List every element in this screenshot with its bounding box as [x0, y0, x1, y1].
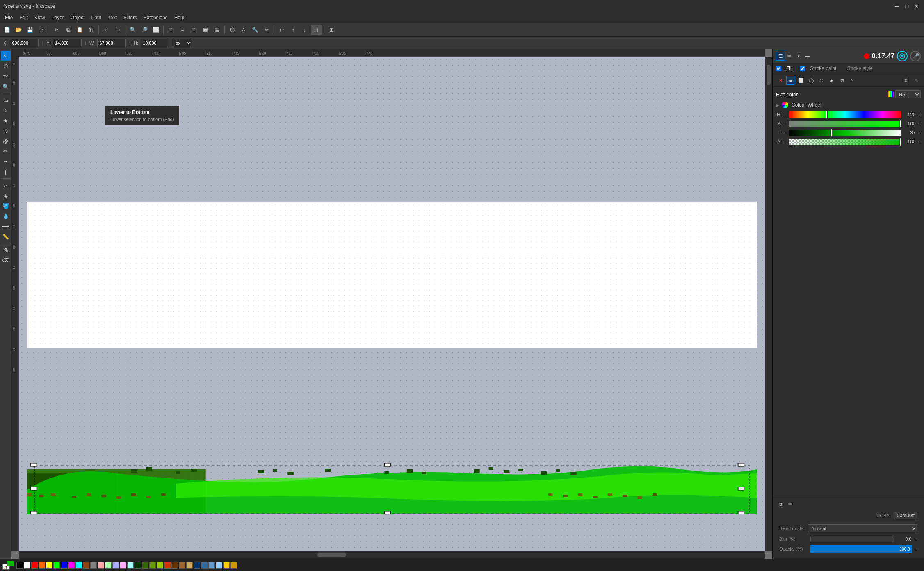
menu-filters[interactable]: Filters	[120, 14, 140, 21]
3d-box-tool[interactable]: ⬡	[1, 126, 11, 136]
palette-swatch-cornflower[interactable]	[208, 562, 215, 569]
node-button[interactable]: ⬡	[227, 25, 237, 35]
open-button[interactable]: 📂	[13, 25, 24, 35]
transform-button[interactable]: 🔧	[250, 25, 260, 35]
menu-layer[interactable]: Layer	[48, 14, 67, 21]
hscroll-thumb[interactable]	[317, 553, 346, 557]
align-left-button[interactable]: ⬚	[166, 25, 176, 35]
no-fill-button[interactable]: ✕	[776, 76, 785, 85]
menu-help[interactable]: Help	[171, 14, 188, 21]
zoom-fit-button[interactable]: ⬜	[151, 25, 161, 35]
canvas-content[interactable]: Lower to Bottom Lower selection to botto…	[19, 57, 765, 551]
hue-minus[interactable]: −	[784, 112, 787, 117]
pen-tool[interactable]: ✒	[1, 157, 11, 166]
palette-swatch-dark-gold[interactable]	[230, 562, 237, 569]
dropper-tool[interactable]: 💧	[1, 211, 11, 221]
palette-swatch-sky-blue[interactable]	[216, 562, 222, 569]
menu-path[interactable]: Path	[88, 14, 105, 21]
palette-swatch-yellow-green[interactable]	[157, 562, 163, 569]
lightness-plus[interactable]: +	[918, 130, 921, 135]
canvas-area[interactable]: |675 |680 |685 |690 |695 |700 |705 |710 …	[11, 49, 772, 559]
panel-collapse-btn[interactable]: —	[803, 52, 812, 61]
duplicate-button[interactable]: ⧉	[776, 500, 785, 509]
save-button[interactable]: 💾	[25, 25, 35, 35]
document-area[interactable]	[27, 202, 757, 348]
alpha-minus[interactable]: −	[784, 139, 787, 144]
flat-color-button[interactable]: ■	[786, 76, 795, 85]
y-input[interactable]	[53, 39, 82, 47]
panel-tab-layers[interactable]: ☰	[776, 52, 785, 61]
close-button[interactable]: ✕	[913, 2, 921, 10]
hue-slider[interactable]	[789, 111, 901, 118]
menu-object[interactable]: Object	[67, 14, 88, 21]
palette-swatch-magenta[interactable]	[68, 562, 75, 569]
panel-tab-edit[interactable]: ✏	[785, 52, 794, 61]
palette-swatch-gold[interactable]	[223, 562, 230, 569]
rect-tool[interactable]: ▭	[1, 95, 11, 105]
edit-fill-style[interactable]: ✎	[912, 76, 921, 85]
palette-swatch-dark-red[interactable]	[164, 562, 171, 569]
timer-mic-button[interactable]: 🎤	[910, 51, 921, 61]
palette-swatch-red[interactable]	[31, 562, 38, 569]
palette-swatch-olive[interactable]	[149, 562, 156, 569]
palette-swatch-light-magenta[interactable]	[120, 562, 126, 569]
fill-opacity-link[interactable]: ⇕	[901, 76, 910, 85]
maximize-button[interactable]: □	[903, 2, 911, 10]
palette-swatch-brown[interactable]	[83, 562, 89, 569]
eraser-tool[interactable]: ⌫	[1, 255, 11, 265]
panel-close-btn[interactable]: ✕	[794, 52, 803, 61]
palette-swatch-light-blue[interactable]	[112, 562, 119, 569]
select-tool[interactable]: ↖	[1, 51, 11, 61]
units-select[interactable]: px mm cm in	[172, 39, 192, 47]
palette-swatch-gray[interactable]	[90, 562, 97, 569]
node-tool[interactable]: ⬡	[1, 61, 11, 71]
stroke-style-tab[interactable]: Stroke style	[844, 65, 876, 72]
stroke-paint-tab[interactable]: Stroke paint	[807, 65, 840, 72]
mesh-gradient-button[interactable]: ⬡	[817, 76, 826, 85]
fill-stroke-button[interactable]: ✏	[261, 25, 272, 35]
lower-bottom-button[interactable]: ↓↓	[311, 25, 322, 35]
palette-swatch-yellow[interactable]	[46, 562, 52, 569]
measure-tool[interactable]: 📏	[1, 232, 11, 241]
paste-button[interactable]: 📋	[74, 25, 85, 35]
group-button[interactable]: ▣	[200, 25, 211, 35]
alpha-plus[interactable]: +	[918, 139, 921, 144]
cut-button[interactable]: ✂	[51, 25, 62, 35]
menu-file[interactable]: File	[2, 14, 16, 21]
palette-swatch-dark-brown[interactable]	[171, 562, 178, 569]
star-tool[interactable]: ★	[1, 116, 11, 125]
align-center-button[interactable]: ≡	[177, 25, 188, 35]
raise-button[interactable]: ↑	[288, 25, 299, 35]
palette-swatch-khaki[interactable]	[186, 562, 193, 569]
palette-swatch-black[interactable]	[16, 562, 23, 569]
vscroll-thumb[interactable]	[767, 65, 771, 85]
edit-color-button[interactable]: ✏	[786, 500, 795, 509]
saturation-minus[interactable]: −	[784, 121, 787, 126]
palette-swatch-blue[interactable]	[61, 562, 67, 569]
h-input[interactable]	[141, 39, 169, 47]
blur-slider[interactable]	[810, 536, 894, 542]
text-button[interactable]: A	[238, 25, 249, 35]
hue-plus[interactable]: +	[918, 112, 921, 117]
menu-view[interactable]: View	[31, 14, 48, 21]
spiral-tool[interactable]: @	[1, 136, 11, 146]
zoom-tool[interactable]: 🔍	[1, 82, 11, 91]
palette-swatch-light-cyan[interactable]	[127, 562, 134, 569]
palette-swatch-tan[interactable]	[179, 562, 185, 569]
menu-edit[interactable]: Edit	[16, 14, 31, 21]
delete-button[interactable]: 🗑	[86, 25, 96, 35]
text-tool[interactable]: A	[1, 180, 11, 190]
connector-tool[interactable]: ⟶	[1, 221, 11, 231]
palette-swatch-dark-green[interactable]	[135, 562, 141, 569]
palette-swatch-light-green[interactable]	[105, 562, 112, 569]
color-model-select[interactable]: HSL RGB HSV CMYK	[895, 90, 921, 98]
zoom-in-button[interactable]: 🔍	[128, 25, 138, 35]
raise-top-button[interactable]: ↑↑	[276, 25, 287, 35]
menu-text[interactable]: Text	[105, 14, 120, 21]
new-button[interactable]: 📄	[2, 25, 12, 35]
minimize-button[interactable]: ─	[893, 2, 901, 10]
palette-swatch-forest-green[interactable]	[142, 562, 148, 569]
redo-button[interactable]: ↪	[112, 25, 123, 35]
alpha-slider[interactable]	[789, 139, 901, 145]
timer-record-button[interactable]	[897, 51, 908, 61]
